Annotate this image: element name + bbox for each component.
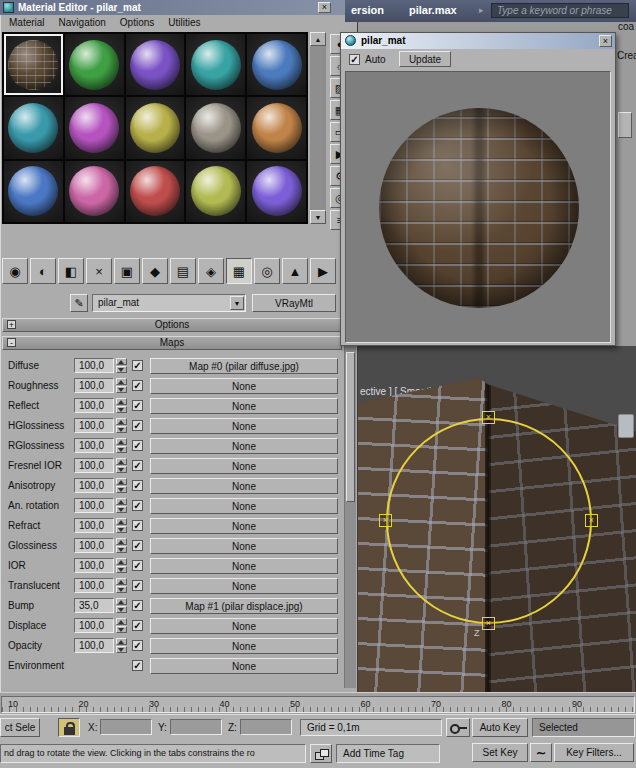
amount-spinner[interactable] (116, 538, 127, 553)
spinner-down-icon[interactable] (116, 526, 127, 533)
update-button[interactable]: Update (399, 51, 451, 67)
amount-spinner[interactable] (116, 438, 127, 453)
sample-slots-scrollbar[interactable]: ▲ ▼ (310, 32, 326, 224)
map-slot-button[interactable]: None (150, 398, 338, 414)
auto-update-checkbox[interactable]: ✓ (349, 54, 360, 65)
amount-spinner[interactable] (116, 358, 127, 373)
spinner-down-icon[interactable] (116, 506, 127, 513)
rollout-scrollbar[interactable] (344, 316, 356, 688)
map-amount-input[interactable]: 100,0 (74, 498, 114, 513)
sample-slot-6[interactable] (65, 97, 124, 158)
z-coordinate-field[interactable] (240, 719, 292, 735)
sample-slot-11[interactable] (65, 161, 124, 222)
amount-spinner[interactable] (116, 638, 127, 653)
spinner-up-icon[interactable] (116, 598, 127, 605)
amount-spinner[interactable] (116, 418, 127, 433)
map-amount-input[interactable]: 100,0 (74, 378, 114, 393)
spinner-up-icon[interactable] (116, 578, 127, 585)
menu-options[interactable]: Options (113, 15, 161, 28)
gizmo-handle-top[interactable]: × (482, 411, 495, 424)
selection-lock-button[interactable] (58, 718, 80, 737)
sample-slot-1[interactable] (65, 34, 124, 95)
material-editor-title-bar[interactable]: Material Editor - pilar_mat (0, 0, 357, 15)
spinner-up-icon[interactable] (116, 618, 127, 625)
sample-slot-13[interactable] (186, 161, 245, 222)
map-amount-input[interactable]: 100,0 (74, 618, 114, 633)
make-material-copy-icon[interactable]: ▣ (114, 258, 140, 284)
sample-slot-5[interactable] (4, 97, 63, 158)
spinner-down-icon[interactable] (116, 386, 127, 393)
pick-material-eyedropper[interactable]: ✎ (70, 294, 88, 312)
map-amount-input[interactable]: 100,0 (74, 438, 114, 453)
key-mode-toggle-button[interactable]: ∼ (530, 743, 552, 762)
dropdown-arrow-icon[interactable]: ▼ (230, 296, 244, 310)
spinner-down-icon[interactable] (116, 366, 127, 373)
spinner-down-icon[interactable] (116, 626, 127, 633)
map-enable-checkbox[interactable]: ✓ (132, 640, 143, 651)
add-time-tag[interactable]: Add Time Tag (336, 744, 440, 763)
map-enable-checkbox[interactable]: ✓ (132, 620, 143, 631)
amount-spinner[interactable] (116, 478, 127, 493)
map-enable-checkbox[interactable]: ✓ (132, 400, 143, 411)
map-enable-checkbox[interactable]: ✓ (132, 360, 143, 371)
map-amount-input[interactable]: 100,0 (74, 478, 114, 493)
scroll-up-icon[interactable]: ▲ (310, 32, 326, 46)
spinner-down-icon[interactable] (116, 466, 127, 473)
sample-slot-8[interactable] (186, 97, 245, 158)
show-map-in-viewport-icon[interactable]: ▦ (226, 258, 252, 284)
map-slot-button[interactable]: None (150, 378, 338, 394)
map-slot-button[interactable]: None (150, 578, 338, 594)
map-enable-checkbox[interactable]: ✓ (132, 380, 143, 391)
spinner-up-icon[interactable] (116, 418, 127, 425)
map-slot-button[interactable]: None (150, 658, 338, 674)
spinner-up-icon[interactable] (116, 458, 127, 465)
set-key-button[interactable]: Set Key (472, 743, 528, 762)
spinner-up-icon[interactable] (116, 438, 127, 445)
spinner-up-icon[interactable] (116, 398, 127, 405)
gizmo-handle-right[interactable]: × (585, 514, 598, 527)
y-coordinate-field[interactable] (170, 719, 222, 735)
window-overlap-button[interactable] (310, 744, 332, 763)
map-amount-input[interactable]: 100,0 (74, 418, 114, 433)
map-amount-input[interactable]: 100,0 (74, 458, 114, 473)
sample-slot-9[interactable] (247, 97, 306, 158)
amount-spinner[interactable] (116, 518, 127, 533)
map-enable-checkbox[interactable]: ✓ (132, 560, 143, 571)
map-slot-button[interactable]: None (150, 618, 338, 634)
spinner-up-icon[interactable] (116, 558, 127, 565)
scroll-down-icon[interactable]: ▼ (310, 210, 326, 224)
menu-material[interactable]: Material (2, 15, 52, 28)
spinner-down-icon[interactable] (116, 586, 127, 593)
put-material-to-scene-icon[interactable]: ◐ (30, 258, 56, 284)
sample-slot-12[interactable] (126, 161, 185, 222)
spinner-up-icon[interactable] (116, 538, 127, 545)
key-filters-button[interactable]: Key Filters... (554, 743, 634, 762)
map-amount-input[interactable]: 100,0 (74, 518, 114, 533)
map-slot-button[interactable]: None (150, 518, 338, 534)
amount-spinner[interactable] (116, 498, 127, 513)
map-slot-button[interactable]: None (150, 438, 338, 454)
spinner-down-icon[interactable] (116, 486, 127, 493)
map-slot-button[interactable]: Map #0 (pilar diffuse.jpg) (150, 358, 338, 374)
amount-spinner[interactable] (116, 398, 127, 413)
spinner-down-icon[interactable] (116, 606, 127, 613)
map-enable-checkbox[interactable]: ✓ (132, 660, 143, 671)
sample-slot-14[interactable] (247, 161, 306, 222)
map-enable-checkbox[interactable]: ✓ (132, 580, 143, 591)
timeline-track[interactable]: 102030405060708090 (1, 696, 635, 713)
amount-spinner[interactable] (116, 578, 127, 593)
select-button-fragment[interactable]: ct Sele (0, 718, 40, 737)
rollout-expand-icon[interactable]: + (7, 320, 16, 329)
go-forward-to-sibling-icon[interactable]: ▶ (310, 258, 336, 284)
sample-slot-2[interactable] (126, 34, 185, 95)
auto-key-button[interactable]: Auto Key (472, 718, 528, 737)
spinner-down-icon[interactable] (116, 646, 127, 653)
map-amount-input[interactable]: 100,0 (74, 358, 114, 373)
spinner-up-icon[interactable] (116, 478, 127, 485)
selection-set-dropdown[interactable]: Selected (532, 718, 635, 737)
search-input[interactable] (491, 3, 629, 18)
spinner-down-icon[interactable] (116, 406, 127, 413)
map-slot-button[interactable]: None (150, 478, 338, 494)
spinner-up-icon[interactable] (116, 358, 127, 365)
material-type-button[interactable]: VRayMtl (252, 294, 336, 312)
